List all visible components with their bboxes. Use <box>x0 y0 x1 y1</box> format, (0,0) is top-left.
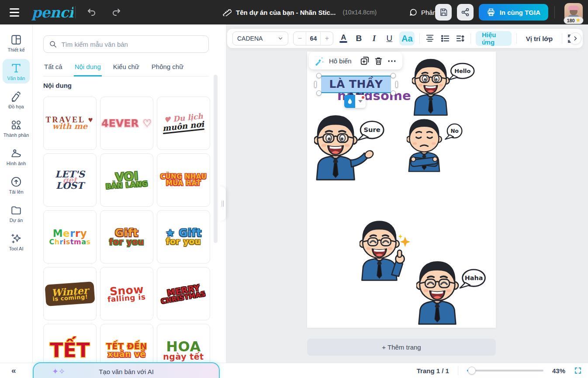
selection-handle-top-left[interactable] <box>316 73 322 78</box>
project-title[interactable]: Tên dự án của bạn - Nhãn Stic... <box>236 9 336 16</box>
collapse-panel-icon[interactable]: « <box>11 366 16 375</box>
zoom-percent: 43% <box>552 367 565 375</box>
zoom-slider-thumb[interactable] <box>468 367 476 375</box>
align-button[interactable] <box>425 31 435 45</box>
italic-button[interactable]: I <box>369 31 379 45</box>
tab-all[interactable]: Tất cả <box>43 59 63 76</box>
list-button[interactable] <box>440 31 450 45</box>
divider <box>562 33 562 44</box>
text-icon <box>10 62 22 74</box>
selection-handle-top-right[interactable] <box>391 73 396 78</box>
font-size-decrease[interactable]: − <box>294 35 306 42</box>
layer-position-button[interactable]: Vị trí lớp <box>522 35 557 42</box>
magic-toolbar: Hô biến ⋯ <box>309 52 402 69</box>
sidebar-item-design[interactable]: Thiết kế <box>3 31 30 55</box>
selection-handle-right[interactable] <box>395 81 398 88</box>
tab-content[interactable]: Nội dung <box>74 59 102 76</box>
font-select[interactable]: CADENA <box>232 31 288 45</box>
project-size: (10x14.8cm) <box>342 9 377 16</box>
search-input[interactable] <box>61 41 203 48</box>
bold-button[interactable]: B <box>353 31 364 45</box>
image-icon <box>10 148 22 159</box>
pen-icon <box>10 91 22 102</box>
sidebar-item-upload[interactable]: Tải lên <box>3 173 30 197</box>
duplicate-button[interactable] <box>360 56 370 66</box>
template-card-merry-christmas-red[interactable]: MERRYCHRISTMAS <box>157 267 210 320</box>
text-templates-panel: Tất cả Nội dung Kiểu chữ Phông chữ Nội d… <box>33 24 226 378</box>
effects-button[interactable]: Hiệu ứng <box>476 31 512 46</box>
panel-collapse-handle[interactable] <box>219 187 226 221</box>
line-spacing-button[interactable] <box>455 31 466 45</box>
sidebar-item-images[interactable]: Hình ảnh <box>3 144 30 169</box>
more-options-button[interactable]: ⋯ <box>387 55 397 66</box>
share-button[interactable] <box>457 4 474 21</box>
template-card-lets-get-lost[interactable]: LET'SgetLOST <box>43 153 97 207</box>
canvas-area[interactable]: CADENA − 64 + A B I U Aa Hiệu ứng Vị trí… <box>226 24 588 363</box>
divider <box>516 33 517 44</box>
sticker-haha[interactable]: Haha <box>416 258 490 325</box>
sidebar-item-projects[interactable]: Dự án <box>3 201 30 225</box>
tab-fonts[interactable]: Phông chữ <box>151 59 184 76</box>
hamburger-menu-icon[interactable] <box>10 0 19 24</box>
sticker-sure[interactable]: Sure <box>314 112 389 180</box>
sidebar-item-graphics[interactable]: Đồ họa <box>3 87 30 112</box>
sidebar-item-text[interactable]: Văn bản <box>3 59 30 83</box>
section-title: Nội dung <box>43 82 72 89</box>
template-card-gift-for-you-orange[interactable]: Giftfor you <box>100 210 153 264</box>
undo-icon[interactable] <box>86 0 97 24</box>
selected-text-element[interactable]: LÀ THẦY AN <box>319 76 393 93</box>
template-text: ngày tết <box>163 353 204 361</box>
selection-handle-bottom-left[interactable] <box>316 90 322 96</box>
text-case-button[interactable]: Aa <box>399 31 415 45</box>
font-size-value[interactable]: 64 <box>306 32 321 45</box>
save-button[interactable] <box>435 4 452 21</box>
selection-handle-left[interactable] <box>314 81 317 88</box>
template-card-gift-for-you-blue[interactable]: ★ Giftfor you <box>157 210 210 264</box>
create-text-with-ai-button[interactable]: ✦✧ Tạo văn bản với AI <box>33 362 220 378</box>
svg-text:Hello: Hello <box>454 68 470 74</box>
layout-icon <box>10 34 22 45</box>
search-box[interactable] <box>43 35 209 53</box>
sticker-no[interactable]: No <box>407 116 468 172</box>
add-page-button[interactable]: + Thêm trang <box>307 339 496 356</box>
upload-icon <box>10 176 22 187</box>
panel-scrollbar[interactable] <box>214 75 218 243</box>
template-card-du-lich-muon-noi[interactable]: ♥ Du lịchmuôn nơi <box>157 97 210 150</box>
selection-handle-bottom-right[interactable] <box>391 90 396 96</box>
delete-button[interactable] <box>374 56 383 66</box>
chevron-down-icon <box>277 35 284 42</box>
toolbar-expand-button[interactable] <box>569 32 581 45</box>
sticker-hello[interactable]: Hello <box>412 56 477 116</box>
template-card-merry-christmas-color[interactable]: MerryChristmas <box>43 210 97 264</box>
template-card-4ever[interactable]: 4EVER ♡ <box>100 97 153 150</box>
redo-icon[interactable] <box>111 0 121 24</box>
project-title-group[interactable]: Tên dự án của bạn - Nhãn Stic... (10x14.… <box>222 0 377 24</box>
template-text: LOST <box>56 181 84 191</box>
template-card-voi-ban-lang[interactable]: VOIBẢN LÀNG <box>100 153 153 207</box>
color-drop-button[interactable] <box>344 95 355 108</box>
sparkles-icon: ✦✧ <box>52 367 65 376</box>
text-color-button[interactable]: A <box>338 31 349 45</box>
penci-logo: penci <box>31 0 73 24</box>
template-text: 4EVER ♡ <box>101 118 152 128</box>
fullscreen-icon[interactable] <box>574 367 582 375</box>
ruler-icon <box>222 7 232 18</box>
sidebar-item-tool-ai[interactable]: Tool AI <box>3 229 30 254</box>
template-text: with me <box>52 122 88 131</box>
design-page[interactable]: handsome LÀ THẦY AN <box>307 52 496 328</box>
sidebar-item-components[interactable]: Thành phần <box>3 116 30 140</box>
zoom-slider[interactable] <box>467 367 543 375</box>
sticker-thumbs-up[interactable] <box>360 218 411 281</box>
tab-typography[interactable]: Kiểu chữ <box>112 59 140 76</box>
magic-label[interactable]: Hô biến <box>329 57 356 65</box>
template-card-cung-nhau-mua-hat[interactable]: CÙNG NHAUMÚA HÁT <box>157 153 210 207</box>
font-size-increase[interactable]: + <box>321 35 333 42</box>
template-card-travel-with-me[interactable]: TRAVEL ♥with me <box>43 97 97 150</box>
template-card-winter-is-coming[interactable]: Winteris coming! <box>43 267 97 320</box>
color-dropdown-button[interactable] <box>355 95 366 108</box>
template-card-snow-falling-is[interactable]: Snowfalling is <box>100 267 153 320</box>
sparkles-icon <box>10 233 22 244</box>
credits-badge[interactable]: 180★ <box>564 17 583 24</box>
print-with-tgia-button[interactable]: In cùng TGIA <box>479 4 548 21</box>
underline-button[interactable]: U <box>384 31 394 45</box>
